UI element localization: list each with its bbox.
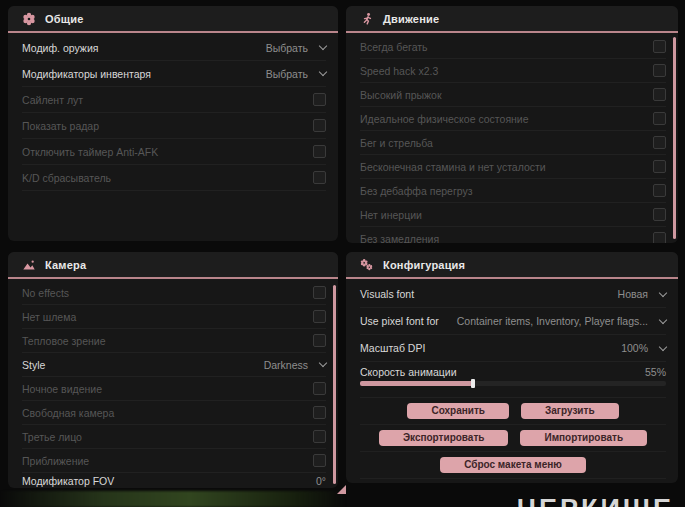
button-row-reset: Сброс макета меню bbox=[360, 452, 666, 479]
row-show-radar: Показать радар bbox=[22, 113, 326, 139]
row-run-and-shoot: Бег и стрельба bbox=[360, 131, 666, 155]
camera-scrollbar[interactable] bbox=[333, 285, 336, 484]
thermal-vision-checkbox[interactable] bbox=[313, 334, 326, 347]
import-button[interactable]: Импортировать bbox=[520, 430, 647, 446]
button-row-save-load: Сохранить Загрузить bbox=[360, 398, 666, 425]
animation-speed-slider-fill bbox=[360, 381, 473, 386]
row-weapon-mod: Модиф. оружия Выбрать bbox=[22, 35, 326, 61]
night-vision-checkbox[interactable] bbox=[313, 382, 326, 395]
row-always-run-label: Всегда бегать bbox=[360, 41, 428, 53]
row-dpi-scale: Масштаб DPI 100% bbox=[360, 335, 666, 362]
run-and-shoot-checkbox[interactable] bbox=[653, 136, 666, 149]
perfect-condition-checkbox[interactable] bbox=[653, 112, 666, 125]
animation-speed-slider-handle[interactable] bbox=[471, 379, 475, 388]
row-no-inertia: Нет инерции bbox=[360, 203, 666, 227]
free-camera-checkbox[interactable] bbox=[313, 406, 326, 419]
row-visuals-font-label: Visuals font bbox=[360, 288, 414, 300]
animation-speed-slider[interactable] bbox=[360, 381, 666, 386]
row-inventory-mods-label: Модификаторы инвентаря bbox=[22, 68, 151, 80]
row-fov-modifier: Модификатор FOV 0° bbox=[22, 473, 326, 488]
high-jump-checkbox[interactable] bbox=[653, 88, 666, 101]
animation-speed-value: 55% bbox=[645, 366, 666, 378]
visuals-font-dropdown[interactable]: Новая bbox=[618, 288, 666, 300]
kd-reset-checkbox[interactable] bbox=[313, 171, 326, 184]
row-style-label: Style bbox=[22, 359, 45, 371]
style-dropdown[interactable]: Darkness bbox=[264, 359, 326, 371]
panel-camera-header[interactable]: Камера bbox=[8, 252, 338, 279]
row-no-effects-label: No effects bbox=[22, 287, 69, 299]
fov-modifier-value: 0° bbox=[316, 475, 326, 487]
pixel-font-dropdown-value: Container items, Inventory, Player flags… bbox=[457, 315, 648, 327]
pixel-font-dropdown[interactable]: Container items, Inventory, Player flags… bbox=[457, 315, 666, 327]
third-person-checkbox[interactable] bbox=[313, 430, 326, 443]
always-run-checkbox[interactable] bbox=[653, 40, 666, 53]
row-silent-loot: Сайлент лут bbox=[22, 87, 326, 113]
row-no-helmet: Нет шлема bbox=[22, 305, 326, 329]
row-infinite-stamina: Бесконечная стамина и нет усталости bbox=[360, 155, 666, 179]
save-button[interactable]: Сохранить bbox=[407, 403, 509, 419]
no-helmet-checkbox[interactable] bbox=[313, 310, 326, 323]
silent-loot-checkbox[interactable] bbox=[313, 93, 326, 106]
row-fov-modifier-label: Модификатор FOV bbox=[22, 475, 114, 487]
row-no-inertia-label: Нет инерции bbox=[360, 209, 422, 221]
camera-panel-resize-handle[interactable] bbox=[337, 485, 346, 494]
chevron-down-icon bbox=[319, 359, 327, 367]
row-no-overload-debuff-label: Без дебаффа перегруз bbox=[360, 185, 473, 197]
export-button[interactable]: Экспортировать bbox=[379, 430, 509, 446]
infinite-stamina-checkbox[interactable] bbox=[653, 160, 666, 173]
row-show-radar-label: Показать радар bbox=[22, 120, 99, 132]
panel-general: Общие Модиф. оружия Выбрать Модификаторы… bbox=[8, 6, 338, 241]
panel-general-header[interactable]: Общие bbox=[8, 6, 338, 33]
panel-movement-title: Движение bbox=[383, 13, 439, 25]
background-game-strip bbox=[0, 491, 346, 507]
row-thermal-vision: Тепловое зрение bbox=[22, 329, 326, 353]
gears-icon bbox=[359, 257, 374, 272]
chevron-down-icon bbox=[319, 68, 327, 76]
chevron-down-icon bbox=[659, 342, 667, 350]
load-button[interactable]: Загрузить bbox=[521, 403, 619, 419]
no-slowdown-checkbox[interactable] bbox=[653, 232, 666, 243]
row-anti-afk: Отключить таймер Anti-AFK bbox=[22, 139, 326, 165]
row-visuals-font: Visuals font Новая bbox=[360, 281, 666, 308]
chevron-down-icon bbox=[319, 42, 327, 50]
row-third-person-label: Третье лицо bbox=[22, 431, 82, 443]
weapon-mod-dropdown-value: Выбрать bbox=[266, 42, 308, 54]
panel-movement-header[interactable]: Движение bbox=[346, 6, 678, 33]
row-weapon-mod-label: Модиф. оружия bbox=[22, 42, 98, 54]
row-free-camera-label: Свободная камера bbox=[22, 407, 114, 419]
zoom-checkbox[interactable] bbox=[313, 454, 326, 467]
row-run-and-shoot-label: Бег и стрельба bbox=[360, 137, 433, 149]
inventory-mods-dropdown-value: Выбрать bbox=[266, 68, 308, 80]
inventory-mods-dropdown[interactable]: Выбрать bbox=[266, 68, 326, 80]
image-icon bbox=[21, 257, 36, 272]
row-style: Style Darkness bbox=[22, 353, 326, 377]
row-night-vision-label: Ночное видение bbox=[22, 383, 102, 395]
movement-scrollbar[interactable] bbox=[673, 37, 676, 239]
no-overload-debuff-checkbox[interactable] bbox=[653, 184, 666, 197]
row-perfect-condition-label: Идеальное физическое состояние bbox=[360, 113, 529, 125]
no-inertia-checkbox[interactable] bbox=[653, 208, 666, 221]
panel-config: Конфигурация Visuals font Новая Use pixe… bbox=[346, 252, 678, 483]
show-radar-checkbox[interactable] bbox=[313, 119, 326, 132]
dpi-scale-dropdown[interactable]: 100% bbox=[621, 342, 666, 354]
speed-hack-checkbox[interactable] bbox=[653, 64, 666, 77]
weapon-mod-dropdown[interactable]: Выбрать bbox=[266, 42, 326, 54]
panel-movement: Движение Всегда бегать Speed hack x2.3 В… bbox=[346, 6, 678, 243]
chevron-down-icon bbox=[659, 315, 667, 323]
row-no-slowdown-label: Без замедления bbox=[360, 233, 439, 244]
panel-config-header[interactable]: Конфигурация bbox=[346, 252, 678, 279]
style-dropdown-value: Darkness bbox=[264, 359, 308, 371]
panel-general-title: Общие bbox=[45, 13, 84, 25]
anti-afk-checkbox[interactable] bbox=[313, 145, 326, 158]
reset-menu-layout-button[interactable]: Сброс макета меню bbox=[440, 457, 586, 473]
no-effects-checkbox[interactable] bbox=[313, 286, 326, 299]
row-silent-loot-label: Сайлент лут bbox=[22, 94, 83, 106]
row-high-jump-label: Высокий прыжок bbox=[360, 89, 442, 101]
row-zoom-label: Приближение bbox=[22, 455, 89, 467]
chevron-down-icon bbox=[659, 288, 667, 296]
row-perfect-condition: Идеальное физическое состояние bbox=[360, 107, 666, 131]
row-third-person: Третье лицо bbox=[22, 425, 326, 449]
row-no-slowdown: Без замедления bbox=[360, 227, 666, 243]
row-dpi-scale-label: Масштаб DPI bbox=[360, 342, 425, 354]
row-no-overload-debuff: Без дебаффа перегруз bbox=[360, 179, 666, 203]
